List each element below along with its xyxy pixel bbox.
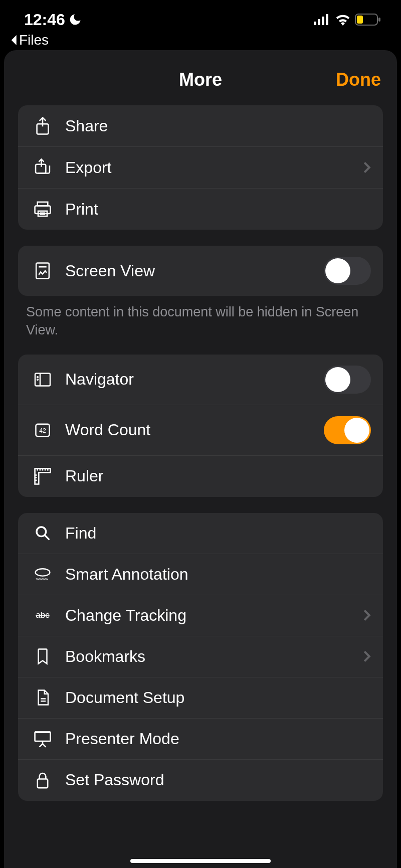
print-icon xyxy=(30,201,55,218)
status-time-area: 12:46 xyxy=(24,11,82,29)
bookmark-icon xyxy=(30,648,55,665)
ruler-row[interactable]: Ruler xyxy=(18,456,383,497)
back-link-files[interactable]: Files xyxy=(0,32,401,48)
share-label: Share xyxy=(65,117,371,135)
share-row[interactable]: Share xyxy=(18,105,383,147)
bookmarks-row[interactable]: Bookmarks xyxy=(18,636,383,677)
toggle-knob xyxy=(325,258,350,283)
change-tracking-row[interactable]: abc Change Tracking xyxy=(18,595,383,636)
presenter-icon xyxy=(30,730,55,748)
svg-point-32 xyxy=(36,569,50,576)
back-label: Files xyxy=(19,32,49,48)
group-screen-view: Screen View xyxy=(18,246,383,296)
toggle-knob xyxy=(344,418,369,443)
document-setup-label: Document Setup xyxy=(65,688,371,707)
status-indicators xyxy=(314,14,381,26)
print-label: Print xyxy=(65,200,371,219)
ruler-label: Ruler xyxy=(65,467,371,485)
navigator-toggle[interactable] xyxy=(324,366,371,394)
svg-text:42: 42 xyxy=(39,427,46,434)
change-tracking-label: Change Tracking xyxy=(65,606,363,625)
export-label: Export xyxy=(65,158,363,177)
back-chevron-icon xyxy=(11,35,18,45)
set-password-label: Set Password xyxy=(65,771,371,789)
export-icon xyxy=(30,158,55,177)
navigator-row[interactable]: Navigator xyxy=(18,355,383,405)
svg-rect-3 xyxy=(326,14,328,25)
change-tracking-icon: abc xyxy=(30,609,55,621)
smart-annotation-icon xyxy=(30,567,55,581)
smart-annotation-row[interactable]: Smart Annotation xyxy=(18,554,383,595)
share-icon xyxy=(30,116,55,135)
status-time: 12:46 xyxy=(24,11,65,29)
chevron-right-icon xyxy=(363,609,371,622)
find-label: Find xyxy=(65,524,371,543)
sheet-header: More Done xyxy=(4,60,397,105)
svg-line-31 xyxy=(45,535,49,540)
word-count-toggle[interactable] xyxy=(324,416,371,444)
svg-rect-1 xyxy=(318,19,320,25)
set-password-row[interactable]: Set Password xyxy=(18,760,383,801)
bookmarks-label: Bookmarks xyxy=(65,647,363,666)
wifi-icon xyxy=(335,14,351,26)
svg-point-19 xyxy=(37,379,38,380)
moon-icon xyxy=(68,13,82,27)
word-count-label: Word Count xyxy=(65,421,324,439)
svg-point-30 xyxy=(37,527,46,537)
svg-text:abc: abc xyxy=(36,610,50,620)
export-row[interactable]: Export xyxy=(18,147,383,189)
document-setup-row[interactable]: Document Setup xyxy=(18,677,383,719)
screen-view-description: Some content in this document will be hi… xyxy=(26,303,375,339)
battery-icon xyxy=(355,14,381,26)
svg-rect-0 xyxy=(314,22,316,25)
chevron-right-icon xyxy=(363,161,371,174)
word-count-icon: 42 xyxy=(30,423,55,438)
group-view-options: Navigator 42 Word Count Ruler xyxy=(18,355,383,497)
presenter-mode-label: Presenter Mode xyxy=(65,730,371,748)
svg-rect-5 xyxy=(357,16,363,24)
print-row[interactable]: Print xyxy=(18,189,383,230)
smart-annotation-label: Smart Annotation xyxy=(65,565,371,584)
search-icon xyxy=(30,525,55,541)
find-row[interactable]: Find xyxy=(18,513,383,554)
svg-rect-6 xyxy=(378,18,380,22)
lock-icon xyxy=(30,771,55,789)
svg-rect-14 xyxy=(36,263,49,279)
chevron-right-icon xyxy=(363,650,371,663)
navigator-label: Navigator xyxy=(65,370,324,389)
group-tools: Find Smart Annotation abc Change Trackin… xyxy=(18,513,383,801)
svg-rect-2 xyxy=(322,17,324,25)
svg-rect-8 xyxy=(36,164,46,173)
group-actions: Share Export Print xyxy=(18,105,383,230)
presenter-mode-row[interactable]: Presenter Mode xyxy=(18,719,383,760)
word-count-row[interactable]: 42 Word Count xyxy=(18,405,383,456)
document-icon xyxy=(30,689,55,706)
sheet-title: More xyxy=(179,69,222,90)
home-indicator[interactable] xyxy=(130,859,271,863)
status-bar: 12:46 xyxy=(0,0,401,30)
toggle-knob xyxy=(325,367,350,392)
more-sheet: More Done Share Export Print xyxy=(4,50,397,868)
navigator-icon xyxy=(30,372,55,387)
screen-view-toggle[interactable] xyxy=(324,257,371,285)
done-button[interactable]: Done xyxy=(336,69,381,90)
cellular-icon xyxy=(314,14,331,25)
svg-point-18 xyxy=(37,377,38,378)
ruler-icon xyxy=(30,467,55,485)
screen-view-label: Screen View xyxy=(65,262,324,280)
screen-view-row[interactable]: Screen View xyxy=(18,246,383,296)
svg-rect-36 xyxy=(35,733,51,742)
screen-view-icon xyxy=(30,262,55,280)
svg-rect-39 xyxy=(38,779,48,788)
